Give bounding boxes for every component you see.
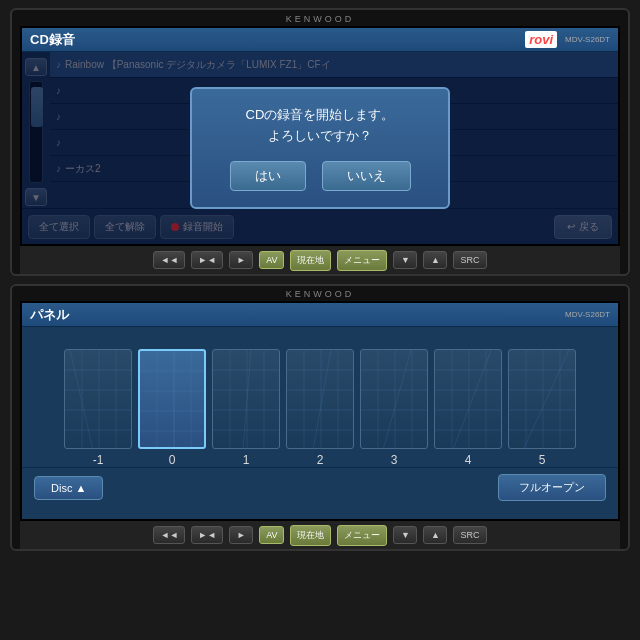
- panel-item[interactable]: 5: [508, 349, 576, 467]
- panel-label: 4: [465, 453, 472, 467]
- top-brand: KENWOOD: [12, 10, 628, 26]
- ctrl-src[interactable]: SRC: [453, 251, 486, 269]
- panel-area: -1 0: [22, 327, 618, 467]
- ctrl-play-b[interactable]: ►: [229, 526, 253, 544]
- dialog-text: CDの録音を開始します。 よろしいですか？: [216, 105, 424, 147]
- header-right: rovi MDV-S26DT: [525, 31, 610, 48]
- rovi-logo: rovi: [525, 31, 557, 48]
- ctrl-down[interactable]: ▼: [393, 251, 417, 269]
- ctrl-current-b[interactable]: 現在地: [290, 525, 331, 546]
- bottom-model: MDV-S26DT: [565, 310, 610, 319]
- top-model: MDV-S26DT: [565, 35, 610, 44]
- ctrl-next-prev-b[interactable]: ►◄: [191, 526, 223, 544]
- top-screen-title: CD録音: [30, 31, 75, 49]
- panel-grid-svg: [509, 350, 576, 449]
- bottom-screen: パネル MDV-S26DT -1: [20, 301, 620, 521]
- panel-frame: [508, 349, 576, 449]
- panel-label: 5: [539, 453, 546, 467]
- ctrl-play[interactable]: ►: [229, 251, 253, 269]
- panel-label: 0: [169, 453, 176, 467]
- svg-line-47: [453, 350, 491, 449]
- panel-grid-svg: [287, 350, 354, 449]
- dialog-line2: よろしいですか？: [268, 128, 372, 143]
- panel-item[interactable]: 4: [434, 349, 502, 467]
- ctrl-prev-prev[interactable]: ◄◄: [153, 251, 185, 269]
- ctrl-menu[interactable]: メニュー: [337, 250, 387, 271]
- bottom-controls-bar: ◄◄ ►◄ ► AV 現在地 メニュー ▼ ▲ SRC: [20, 521, 620, 549]
- panel-frame: [360, 349, 428, 449]
- panel-frame: [212, 349, 280, 449]
- panel-item[interactable]: 1: [212, 349, 280, 467]
- top-controls-bar: ◄◄ ►◄ ► AV 現在地 メニュー ▼ ▲ SRC: [20, 246, 620, 274]
- bottom-screen-header: パネル MDV-S26DT: [22, 303, 618, 327]
- dialog-overlay: CDの録音を開始します。 よろしいですか？ はい いいえ: [22, 52, 618, 244]
- ctrl-prev-prev-b[interactable]: ◄◄: [153, 526, 185, 544]
- panel-item[interactable]: 0: [138, 349, 206, 467]
- top-unit: KENWOOD CD録音 rovi MDV-S26DT ▲ ▼ ♪ Rainbo…: [10, 8, 630, 276]
- dialog-yes-button[interactable]: はい: [230, 161, 306, 191]
- svg-line-31: [313, 350, 331, 449]
- panel-label: 1: [243, 453, 250, 467]
- full-open-button[interactable]: フルオープン: [498, 474, 606, 501]
- panel-grid-svg: [435, 350, 502, 449]
- top-screen-header: CD録音 rovi MDV-S26DT: [22, 28, 618, 52]
- panel-footer: Disc ▲ フルオープン: [22, 467, 618, 507]
- bottom-unit: KENWOOD パネル MDV-S26DT: [10, 284, 630, 551]
- panel-frame: [286, 349, 354, 449]
- panel-grid-svg: [361, 350, 428, 449]
- panel-frame: [64, 349, 132, 449]
- top-screen: CD録音 rovi MDV-S26DT ▲ ▼ ♪ Rainbow 【Panas…: [20, 26, 620, 246]
- ctrl-menu-b[interactable]: メニュー: [337, 525, 387, 546]
- ctrl-up[interactable]: ▲: [423, 251, 447, 269]
- dialog-buttons: はい いいえ: [216, 161, 424, 191]
- ctrl-up-b[interactable]: ▲: [423, 526, 447, 544]
- panel-label: 3: [391, 453, 398, 467]
- panel-frame: [434, 349, 502, 449]
- panel-grid-svg: [140, 351, 206, 449]
- panel-label: -1: [93, 453, 104, 467]
- dialog-no-button[interactable]: いいえ: [322, 161, 411, 191]
- ctrl-current[interactable]: 現在地: [290, 250, 331, 271]
- svg-line-7: [70, 350, 93, 449]
- disc-button[interactable]: Disc ▲: [34, 476, 103, 500]
- dialog-box: CDの録音を開始します。 よろしいですか？ はい いいえ: [190, 87, 450, 209]
- panel-grid-svg: [213, 350, 280, 449]
- dialog-line1: CDの録音を開始します。: [246, 107, 395, 122]
- panel-label: 2: [317, 453, 324, 467]
- ctrl-av-b[interactable]: AV: [259, 526, 284, 544]
- panel-frame-selected: [138, 349, 206, 449]
- ctrl-src-b[interactable]: SRC: [453, 526, 486, 544]
- ctrl-av[interactable]: AV: [259, 251, 284, 269]
- ctrl-next-prev[interactable]: ►◄: [191, 251, 223, 269]
- svg-line-39: [383, 350, 411, 449]
- bottom-brand: KENWOOD: [12, 286, 628, 301]
- panel-item[interactable]: 2: [286, 349, 354, 467]
- ctrl-down-b[interactable]: ▼: [393, 526, 417, 544]
- panel-item[interactable]: -1: [64, 349, 132, 467]
- svg-line-55: [523, 350, 569, 449]
- panel-item[interactable]: 3: [360, 349, 428, 467]
- panel-grid-svg: [65, 350, 132, 449]
- panel-title: パネル: [30, 306, 69, 324]
